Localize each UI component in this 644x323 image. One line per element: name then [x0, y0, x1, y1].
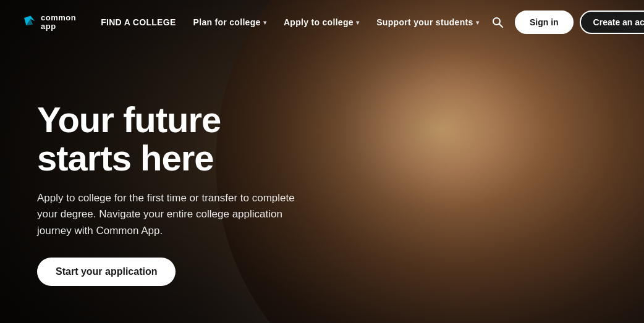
nav-actions: Sign in Create an account [486, 10, 644, 34]
chevron-down-icon: ▾ [356, 19, 359, 26]
search-icon [491, 16, 504, 28]
start-application-button[interactable]: Start your application [37, 258, 176, 286]
logo-line2: app [41, 22, 76, 31]
logo[interactable]: common app [20, 14, 76, 31]
chevron-down-icon: ▾ [476, 19, 479, 26]
nav-support-students[interactable]: Support your students ▾ [369, 12, 486, 32]
search-button[interactable] [486, 11, 509, 33]
logo-icon [20, 14, 37, 31]
hero-description: Apply to college for the first time or t… [37, 190, 297, 239]
create-account-button[interactable]: Create an account [580, 10, 644, 34]
chevron-down-icon: ▾ [263, 19, 266, 26]
hero-content: Your future starts here Apply to college… [37, 101, 297, 286]
nav-apply-college[interactable]: Apply to college ▾ [276, 12, 366, 32]
nav-plan-college[interactable]: Plan for college ▾ [186, 12, 274, 32]
nav-find-college[interactable]: FIND A COLLEGE [93, 12, 183, 32]
nav-links: FIND A COLLEGE Plan for college ▾ Apply … [93, 12, 486, 32]
svg-line-1 [499, 24, 502, 28]
logo-line1: common [41, 14, 76, 22]
logo-text: common app [41, 14, 76, 31]
hero-title: Your future starts here [37, 101, 297, 178]
navbar: common app FIND A COLLEGE Plan for colle… [0, 0, 644, 44]
signin-button[interactable]: Sign in [515, 10, 574, 34]
hero-section: common app FIND A COLLEGE Plan for colle… [0, 0, 644, 323]
